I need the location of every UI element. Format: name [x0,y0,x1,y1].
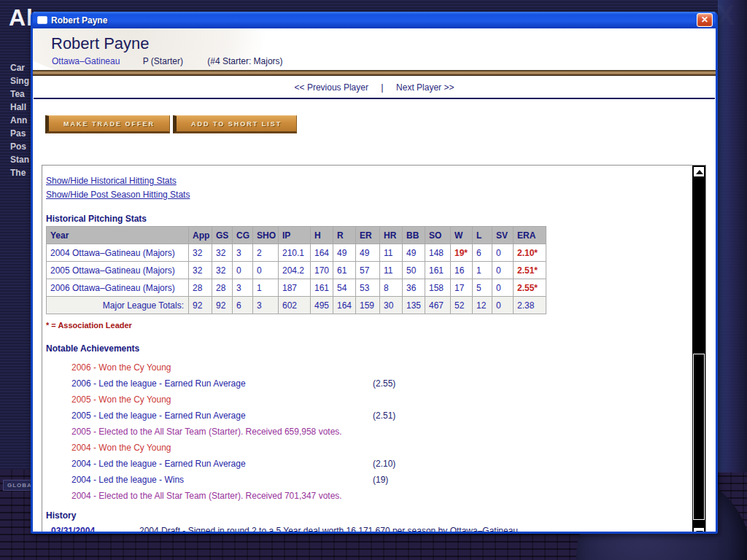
history-title: History [46,510,694,521]
sidebar-item[interactable]: Pos [10,140,29,153]
player-subheader: Ottawa–Gatineau P (Starter) (#4 Starter:… [52,56,283,66]
scrollbar-thumb[interactable] [693,354,705,520]
column-header: SV [492,227,513,244]
achievement-text: 2004 - Led the league - Wins [71,475,184,485]
association-leader-legend: * = Association Leader [46,321,694,330]
show-hide-historical-hitting-link[interactable]: Show/Hide Historical Hitting Stats [46,176,177,186]
scrollbar-up-arrow[interactable] [693,166,705,177]
column-header: ERA [514,227,546,244]
column-header: BB [403,227,425,244]
stat-cell: 187 [279,279,310,296]
scrollbar-down-arrow[interactable] [693,527,705,532]
stat-cell: 210.1 [279,244,310,261]
previous-player-link[interactable]: << Previous Player [295,82,368,93]
stat-cell: 52 [451,297,472,314]
pitching-header-row: YearAppGSCGSHOIPHRERHRBBSOWLSVERA [47,227,546,244]
achievement-value: (2.10) [373,456,395,472]
sidebar-item[interactable]: Stan [10,153,29,166]
stat-cell: 36 [403,279,425,296]
stat-cell: 158 [425,279,450,296]
stat-cell: 3 [253,297,278,314]
history-entry: 03/31/20042004 Draft - Signed in round 2… [46,524,694,532]
column-header: GS [212,227,232,244]
achievement-item: 2005 - Elected to the All Star Team (Sta… [46,424,694,440]
achievement-value: (2.51) [373,408,395,424]
pitching-row: 2006 Ottawa–Gatineau (Majors)28283118716… [47,279,546,296]
scrollbar[interactable] [692,166,705,532]
stat-cell: 49 [333,244,355,261]
stat-cell: 2.55* [514,279,546,296]
achievement-item: 2005 - Led the league - Earned Run Avera… [46,408,694,424]
stat-cell: 164 [333,297,355,314]
column-header: SHO [253,227,278,244]
stat-cell: 8 [380,279,402,296]
stat-cell: 19* [451,244,472,261]
stat-cell: 32 [212,244,232,261]
screen: Al X CarSingTeaHallAnnPasPosStanThe GLOB… [0,0,747,560]
achievement-text: 2005 - Won the Cy Young [71,394,171,405]
stat-cell: 16 [451,262,472,279]
stat-cell: 467 [425,297,450,314]
player-role: (#4 Starter: Majors) [207,56,282,66]
stat-cell: 2 [253,244,278,261]
add-to-short-list-button[interactable]: ADD TO SHORT LIST [173,115,297,133]
sidebar-item[interactable]: Hall [10,101,29,114]
achievement-text: 2004 - Won the Cy Young [71,443,171,453]
sidebar-item[interactable]: The [10,166,29,179]
pitching-stats-title: Historical Pitching Stats [46,214,694,224]
column-header: SO [425,227,450,244]
player-window: Robert Payne ✕ Robert Payne Ottawa–Gatin… [31,12,718,534]
achievement-item: 2004 - Elected to the All Star Team (Sta… [46,488,694,504]
achievement-value: (19) [373,472,388,488]
sidebar-item[interactable]: Car [10,61,29,74]
player-position: P (Starter) [143,56,183,66]
next-player-link[interactable]: Next Player >> [396,82,454,93]
stat-cell: 1 [473,262,492,279]
achievement-item: 2004 - Led the league - Earned Run Avera… [46,456,694,472]
column-header: H [311,227,333,244]
pitching-body: 2004 Ottawa–Gatineau (Majors)323232210.1… [47,244,546,314]
up-triangle-icon [696,170,703,174]
stat-cell: 204.2 [279,262,310,279]
show-hide-post-season-hitting-link[interactable]: Show/Hide Post Season Hitting Stats [46,190,190,200]
background-sidebar: CarSingTeaHallAnnPasPosStanThe [10,61,29,179]
stat-cell: 28 [212,279,232,296]
stat-cell: 2.10* [514,244,546,261]
column-header: ER [356,227,379,244]
achievement-text: 2006 - Won the Cy Young [71,362,171,373]
make-trade-offer-button[interactable]: MAKE TRADE OFFER [45,115,170,133]
sidebar-item[interactable]: Sing [10,74,29,88]
sidebar-item[interactable]: Ann [10,114,29,127]
close-button[interactable]: ✕ [697,13,713,27]
window-titlebar[interactable]: Robert Payne ✕ [33,12,716,28]
stat-cell: 32 [212,262,232,279]
column-header: CG [233,227,252,244]
history-list: 03/31/20042004 Draft - Signed in round 2… [46,524,694,532]
stat-cell: 3 [233,279,252,296]
totals-row: Major League Totals:92926360249516415930… [47,297,546,314]
team-link[interactable]: Ottawa–Gatineau [52,56,120,66]
sidebar-item[interactable]: Pas [10,127,29,140]
column-header: App [189,227,212,244]
stat-cell: 32 [189,244,212,261]
stat-cell: 5 [473,279,492,296]
stat-cell: 2.38 [514,297,546,314]
sidebar-item[interactable]: Tea [10,88,29,101]
down-triangle-icon [696,531,703,532]
nav-separator: | [381,82,383,93]
stat-cell: 30 [380,297,402,314]
stat-cell: 164 [311,244,333,261]
stat-cell: 32 [189,262,212,279]
stat-cell: 11 [380,262,402,279]
stat-cell: 0 [492,279,513,296]
stat-cell: 0 [233,262,252,279]
stat-cell: 135 [403,297,425,314]
stat-cell: 0 [492,262,513,279]
column-header: R [333,227,355,244]
window-icon [37,16,47,24]
stat-cell: 3 [233,244,252,261]
stat-cell: 11 [380,244,402,261]
achievement-text: 2006 - Led the league - Earned Run Avera… [71,378,246,389]
stat-cell: 12 [473,297,492,314]
stat-cell: 1 [253,279,278,296]
